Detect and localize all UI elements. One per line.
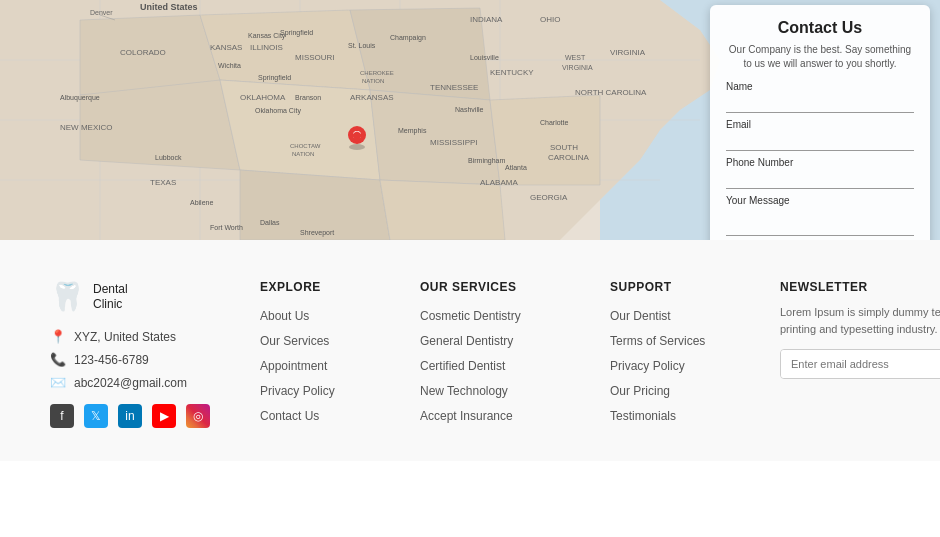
phone-label: Phone Number [726,157,914,168]
newsletter-heading: NEWSLETTER [780,280,940,294]
list-item: Certified Dentist [420,356,600,374]
privacy-policy-link[interactable]: Privacy Policy [260,384,335,398]
explore-list: About Us Our Services Appointment Privac… [260,306,410,424]
list-item: New Technology [420,381,600,399]
terms-of-services-link[interactable]: Terms of Services [610,334,705,348]
svg-text:COLORADO: COLORADO [120,48,166,57]
accept-insurance-link[interactable]: Accept Insurance [420,409,513,423]
svg-text:KANSAS: KANSAS [210,43,242,52]
support-privacy-policy-link[interactable]: Privacy Policy [610,359,685,373]
services-column: OUR SERVICES Cosmetic Dentistry General … [420,280,600,431]
explore-heading: EXPLORE [260,280,410,294]
our-dentist-link[interactable]: Our Dentist [610,309,671,323]
svg-text:OHIO: OHIO [540,15,560,24]
list-item: Privacy Policy [260,381,410,399]
newsletter-column: NEWSLETTER Lorem Ipsum is simply dummy t… [780,280,940,431]
address-item: 📍 XYZ, United States [50,329,250,344]
email-icon: ✉️ [50,375,66,390]
list-item: Testimonials [610,406,770,424]
support-list: Our Dentist Terms of Services Privacy Po… [610,306,770,424]
list-item: Accept Insurance [420,406,600,424]
phone-input[interactable] [726,172,914,189]
svg-text:SOUTH: SOUTH [550,143,578,152]
svg-text:Oklahoma City: Oklahoma City [255,107,301,115]
email-label: Email [726,119,914,130]
footer: 🦷 Dental Clinic 📍 XYZ, United States 📞 1… [0,240,940,461]
email-input[interactable] [726,134,914,151]
map-section: COLORADO Denver United States ILLINOIS S… [0,0,940,240]
cosmetic-dentistry-link[interactable]: Cosmetic Dentistry [420,309,521,323]
svg-text:Memphis: Memphis [398,127,427,135]
footer-grid: 🦷 Dental Clinic 📍 XYZ, United States 📞 1… [50,280,890,431]
svg-text:Louisville: Louisville [470,54,499,61]
svg-text:OKLAHOMA: OKLAHOMA [240,93,286,102]
svg-text:CAROLINA: CAROLINA [548,153,590,162]
list-item: Contact Us [260,406,410,424]
svg-text:TEXAS: TEXAS [150,178,176,187]
location-icon: 📍 [50,329,66,344]
svg-text:ARKANSAS: ARKANSAS [350,93,394,102]
email-text: abc2024@gmail.com [74,376,187,390]
linkedin-icon[interactable]: in [118,404,142,428]
services-heading: OUR SERVICES [420,280,600,294]
contact-card: Contact Us Our Company is the best. Say … [710,5,930,240]
svg-text:Birmingham: Birmingham [468,157,506,165]
our-pricing-link[interactable]: Our Pricing [610,384,670,398]
services-list: Cosmetic Dentistry General Dentistry Cer… [420,306,600,424]
svg-text:CHOCTAW: CHOCTAW [290,143,321,149]
instagram-icon[interactable]: ◎ [186,404,210,428]
phone-item: 📞 123-456-6789 [50,352,250,367]
svg-text:Champaign: Champaign [390,34,426,42]
phone-text: 123-456-6789 [74,353,149,367]
svg-text:Nashville: Nashville [455,106,484,113]
contact-us-link[interactable]: Contact Us [260,409,319,423]
svg-text:Atlanta: Atlanta [505,164,527,171]
general-dentistry-link[interactable]: General Dentistry [420,334,513,348]
testimonials-link[interactable]: Testimonials [610,409,676,423]
brand-name: Dental Clinic [93,282,128,311]
list-item: Privacy Policy [610,356,770,374]
svg-text:United States: United States [140,2,198,12]
name-input[interactable] [726,96,914,113]
list-item: General Dentistry [420,331,600,349]
svg-text:NATION: NATION [292,151,314,157]
newsletter-email-input[interactable] [781,350,940,378]
youtube-icon[interactable]: ▶ [152,404,176,428]
explore-column: EXPLORE About Us Our Services Appointmen… [260,280,410,431]
svg-text:KENTUCKY: KENTUCKY [490,68,534,77]
facebook-icon[interactable]: f [50,404,74,428]
certified-dentist-link[interactable]: Certified Dentist [420,359,505,373]
our-services-link[interactable]: Our Services [260,334,329,348]
svg-text:NATION: NATION [362,78,384,84]
svg-text:VIRGINIA: VIRGINIA [610,48,646,57]
phone-icon: 📞 [50,352,66,367]
address-text: XYZ, United States [74,330,176,344]
brand-logo: 🦷 Dental Clinic [50,280,250,313]
svg-text:Springfield: Springfield [258,74,291,82]
svg-text:Wichita: Wichita [218,62,241,69]
tooth-icon: 🦷 [50,280,85,313]
list-item: Cosmetic Dentistry [420,306,600,324]
support-column: SUPPORT Our Dentist Terms of Services Pr… [610,280,770,431]
svg-text:Albuquerque: Albuquerque [60,94,100,102]
svg-text:GEORGIA: GEORGIA [530,193,568,202]
svg-text:MISSOURI: MISSOURI [295,53,335,62]
about-us-link[interactable]: About Us [260,309,309,323]
message-input[interactable] [726,208,914,236]
twitter-icon[interactable]: 𝕏 [84,404,108,428]
appointment-link[interactable]: Appointment [260,359,327,373]
message-label: Your Message [726,195,914,206]
list-item: Our Services [260,331,410,349]
svg-text:NORTH CAROLINA: NORTH CAROLINA [575,88,647,97]
svg-text:MISSISSIPPI: MISSISSIPPI [430,138,478,147]
email-input-row [780,349,940,379]
brand-column: 🦷 Dental Clinic 📍 XYZ, United States 📞 1… [50,280,250,431]
name-label: Name [726,81,914,92]
svg-text:Charlotte: Charlotte [540,119,569,126]
new-technology-link[interactable]: New Technology [420,384,508,398]
svg-text:NEW MEXICO: NEW MEXICO [60,123,112,132]
contact-subtitle: Our Company is the best. Say something t… [726,43,914,71]
svg-text:Shreveport: Shreveport [300,229,334,237]
list-item: About Us [260,306,410,324]
svg-text:ALABAMA: ALABAMA [480,178,518,187]
